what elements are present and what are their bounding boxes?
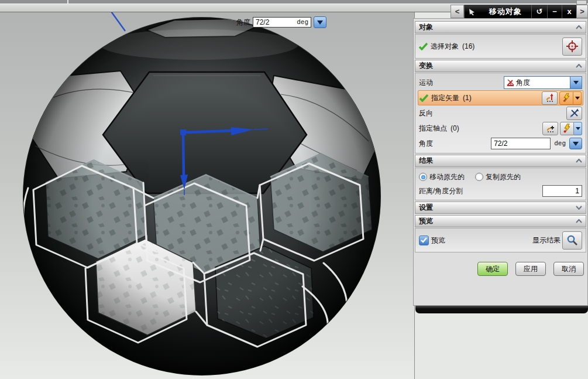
section-object-label: 对象 (419, 22, 433, 32)
dialog-titlebar[interactable]: < 移动对象 ↺ − x > (451, 5, 588, 18)
soccer-ball-model[interactable] (0, 12, 414, 379)
close-icon: x (567, 8, 571, 15)
green-check-icon (419, 43, 428, 50)
preview-group: 预览 显示结果 (415, 228, 586, 252)
collapse-chevron-icon[interactable] (576, 219, 582, 223)
section-header-settings[interactable]: 设置 (415, 202, 586, 214)
angle-label: 角度 (419, 139, 433, 149)
angle-overlay-field[interactable]: 72/2 deg (253, 17, 311, 28)
angle-unit-dropdown-button[interactable] (569, 138, 582, 149)
lightning-vector-icon (562, 93, 571, 103)
select-object-row[interactable]: 选择对象 (16) (418, 36, 583, 56)
copy-original-radio[interactable] (475, 173, 483, 181)
specify-pivot-label: 指定轴点 (419, 124, 447, 134)
apply-button[interactable]: 应用 (515, 262, 546, 276)
section-header-result[interactable]: 结果 (415, 155, 586, 167)
expand-chevron-icon[interactable] (576, 206, 582, 210)
section-result-label: 结果 (419, 156, 433, 166)
result-group: 移动原先的 复制原先的 距离/角度分割 (415, 168, 586, 200)
move-original-radio[interactable] (419, 173, 427, 181)
specify-pivot-row[interactable]: 指定轴点 (0) (418, 121, 583, 136)
crosshair-icon (566, 40, 579, 53)
collapse-chevron-icon[interactable] (576, 25, 582, 29)
back-button[interactable]: < (451, 5, 464, 18)
vector-options-dropdown[interactable] (573, 91, 582, 105)
angle-input[interactable] (491, 138, 551, 149)
magnifier-icon (566, 234, 578, 246)
radio-selected-dot (421, 175, 425, 179)
angle-overlay-value[interactable]: 72/2 (256, 18, 297, 26)
motion-dropdown-arrow[interactable] (570, 77, 582, 88)
move-object-dialog: 对象 选择对象 (16) (413, 18, 588, 306)
show-result-label: 显示结果 (532, 235, 561, 245)
ok-button[interactable]: 确定 (477, 262, 508, 276)
point-dialog-button[interactable] (542, 122, 558, 135)
collapse-chevron-icon[interactable] (576, 64, 582, 68)
preview-checkbox-label: 预览 (431, 235, 445, 245)
motion-label: 运动 (419, 78, 433, 88)
next-button[interactable]: > (576, 5, 588, 18)
vector-dialog-icon (545, 93, 555, 103)
dialog-title: 移动对象 (480, 5, 531, 18)
ok-button-label: 确定 (486, 264, 500, 274)
next-chevron-icon: > (580, 8, 584, 15)
motion-combo[interactable]: 角度 (504, 76, 582, 89)
section-transform-label: 变换 (419, 61, 433, 71)
checkmark-icon (421, 237, 427, 243)
minimize-button[interactable]: − (547, 5, 562, 18)
angle-overlay-dropdown-button[interactable] (314, 16, 326, 28)
select-object-button[interactable] (562, 37, 582, 56)
green-check-icon (419, 94, 428, 102)
select-object-label: 选择对象 (431, 42, 459, 52)
inferred-point-button[interactable] (560, 122, 574, 135)
reset-icon: ↺ (537, 8, 543, 15)
drag-dialog-button[interactable] (464, 5, 480, 18)
division-label: 距离/角度分割 (419, 186, 463, 196)
cancel-button-label: 取消 (562, 264, 576, 274)
copy-original-label: 复制原先的 (486, 172, 521, 182)
back-chevron-icon: < (455, 8, 460, 15)
specify-vector-label: 指定矢量 (431, 93, 459, 103)
close-button[interactable]: x (562, 5, 576, 18)
reverse-direction-row: 反向 (418, 105, 583, 121)
collapse-chevron-icon[interactable] (576, 159, 582, 163)
specify-pivot-count: (0) (451, 124, 459, 132)
preview-row: 预览 显示结果 (418, 230, 583, 250)
window-control-fragment (576, 0, 587, 5)
angle-overlay-unit: deg (297, 19, 308, 26)
division-input[interactable] (542, 185, 582, 197)
section-header-object[interactable]: 对象 (415, 21, 586, 33)
reverse-arrows-icon (570, 108, 579, 118)
lightning-point-icon (563, 124, 572, 133)
motion-row: 运动 角度 (418, 75, 583, 90)
inferred-vector-button[interactable] (559, 91, 573, 105)
vector-dialog-button[interactable] (542, 91, 558, 105)
select-object-count: (16) (462, 42, 474, 50)
motion-value: 角度 (516, 78, 570, 88)
on-screen-angle-input: 角度 72/2 deg (236, 16, 326, 28)
dialog-bottom-edge[interactable] (415, 306, 588, 313)
specify-vector-count: (1) (463, 94, 472, 102)
section-header-preview[interactable]: 预览 (415, 215, 586, 227)
transform-group: 运动 角度 (415, 73, 586, 153)
cancel-button[interactable]: 取消 (553, 262, 584, 276)
division-row: 距离/角度分割 (418, 184, 583, 198)
show-result-button[interactable] (562, 231, 582, 250)
section-header-transform[interactable]: 变换 (415, 60, 586, 72)
cursor-arrow-icon (469, 8, 476, 15)
graphics-viewport[interactable]: 角度 72/2 deg (0, 12, 415, 379)
section-preview-label: 预览 (419, 216, 433, 226)
angle-row: 角度 deg (418, 136, 583, 151)
preview-checkbox[interactable] (419, 235, 429, 245)
angle-motion-icon (506, 78, 515, 87)
point-dialog-icon (546, 124, 555, 133)
reverse-direction-button[interactable] (566, 107, 582, 120)
application-window: 角度 72/2 deg < 移动对象 ↺ − x > 对象 (0, 0, 588, 379)
specify-vector-row[interactable]: 指定矢量 (1) (418, 90, 583, 105)
reset-button[interactable]: ↺ (531, 5, 547, 18)
dialog-action-buttons: 确定 应用 取消 (415, 262, 584, 276)
result-radio-row: 移动原先的 复制原先的 (418, 170, 583, 184)
move-original-label: 移动原先的 (429, 172, 465, 182)
point-options-dropdown[interactable] (574, 122, 582, 135)
minimize-icon: − (552, 8, 557, 15)
